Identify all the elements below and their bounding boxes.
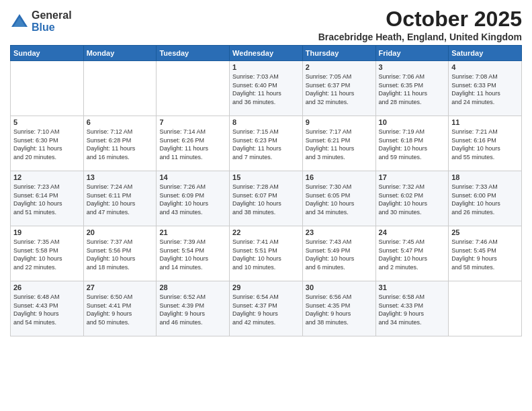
day-cell: 3Sunrise: 7:06 AM Sunset: 6:35 PM Daylig… (375, 61, 449, 116)
day-cell: 30Sunrise: 6:56 AM Sunset: 4:35 PM Dayli… (302, 281, 375, 336)
day-info: Sunrise: 7:12 AM Sunset: 6:28 PM Dayligh… (87, 128, 154, 161)
week-row-1: 1Sunrise: 7:03 AM Sunset: 6:40 PM Daylig… (11, 61, 522, 116)
week-row-3: 12Sunrise: 7:23 AM Sunset: 6:14 PM Dayli… (11, 171, 522, 226)
day-number: 19 (13, 228, 81, 236)
logo-blue-label: Blue (32, 21, 72, 34)
day-number: 15 (232, 173, 300, 181)
day-info: Sunrise: 6:52 AM Sunset: 4:39 PM Dayligh… (159, 293, 226, 326)
subtitle: Bracebridge Heath, England, United Kingd… (318, 32, 522, 42)
day-cell: 26Sunrise: 6:48 AM Sunset: 4:43 PM Dayli… (11, 281, 84, 336)
day-info: Sunrise: 6:48 AM Sunset: 4:43 PM Dayligh… (13, 293, 81, 326)
day-number: 13 (87, 173, 154, 181)
day-cell: 29Sunrise: 6:54 AM Sunset: 4:37 PM Dayli… (230, 281, 303, 336)
day-number: 2 (306, 63, 373, 71)
day-number: 6 (87, 118, 154, 126)
day-cell: 22Sunrise: 7:41 AM Sunset: 5:51 PM Dayli… (230, 226, 303, 281)
day-number: 30 (306, 283, 373, 291)
day-info: Sunrise: 6:58 AM Sunset: 4:33 PM Dayligh… (379, 293, 446, 326)
header-saturday: Saturday (449, 46, 522, 61)
day-number: 23 (306, 228, 373, 236)
day-cell: 15Sunrise: 7:28 AM Sunset: 6:07 PM Dayli… (230, 171, 303, 226)
day-number: 21 (159, 228, 226, 236)
day-cell (83, 61, 157, 116)
day-number: 17 (379, 173, 446, 181)
day-info: Sunrise: 7:33 AM Sunset: 6:00 PM Dayligh… (451, 183, 519, 216)
day-info: Sunrise: 7:46 AM Sunset: 5:45 PM Dayligh… (451, 238, 519, 271)
day-cell: 18Sunrise: 7:33 AM Sunset: 6:00 PM Dayli… (449, 171, 522, 226)
day-info: Sunrise: 7:05 AM Sunset: 6:37 PM Dayligh… (306, 73, 373, 106)
day-number: 25 (451, 228, 519, 236)
logo: General Blue (10, 9, 72, 33)
day-cell (157, 61, 230, 116)
day-info: Sunrise: 7:32 AM Sunset: 6:02 PM Dayligh… (379, 183, 446, 216)
day-info: Sunrise: 7:19 AM Sunset: 6:18 PM Dayligh… (379, 128, 446, 161)
day-info: Sunrise: 7:06 AM Sunset: 6:35 PM Dayligh… (379, 73, 446, 106)
calendar-page: General Blue October 2025 Bracebridge He… (0, 0, 532, 411)
day-info: Sunrise: 7:03 AM Sunset: 6:40 PM Dayligh… (232, 73, 300, 106)
day-number: 1 (232, 63, 300, 71)
day-number: 8 (232, 118, 300, 126)
day-number: 20 (87, 228, 154, 236)
day-info: Sunrise: 6:56 AM Sunset: 4:35 PM Dayligh… (306, 293, 373, 326)
day-cell: 14Sunrise: 7:26 AM Sunset: 6:09 PM Dayli… (157, 171, 230, 226)
day-info: Sunrise: 7:15 AM Sunset: 6:23 PM Dayligh… (232, 128, 300, 161)
day-number: 14 (159, 173, 226, 181)
day-info: Sunrise: 7:10 AM Sunset: 6:30 PM Dayligh… (13, 128, 81, 161)
day-info: Sunrise: 7:17 AM Sunset: 6:21 PM Dayligh… (306, 128, 373, 161)
day-cell: 23Sunrise: 7:43 AM Sunset: 5:49 PM Dayli… (302, 226, 375, 281)
day-number: 16 (306, 173, 373, 181)
day-cell: 6Sunrise: 7:12 AM Sunset: 6:28 PM Daylig… (83, 116, 157, 171)
day-number: 10 (379, 118, 446, 126)
day-cell: 1Sunrise: 7:03 AM Sunset: 6:40 PM Daylig… (230, 61, 303, 116)
day-cell: 19Sunrise: 7:35 AM Sunset: 5:58 PM Dayli… (11, 226, 84, 281)
day-info: Sunrise: 6:54 AM Sunset: 4:37 PM Dayligh… (232, 293, 300, 326)
day-info: Sunrise: 7:21 AM Sunset: 6:16 PM Dayligh… (451, 128, 519, 161)
day-cell: 20Sunrise: 7:37 AM Sunset: 5:56 PM Dayli… (83, 226, 157, 281)
day-number: 5 (13, 118, 81, 126)
day-number: 7 (159, 118, 226, 126)
day-cell: 9Sunrise: 7:17 AM Sunset: 6:21 PM Daylig… (302, 116, 375, 171)
week-row-5: 26Sunrise: 6:48 AM Sunset: 4:43 PM Dayli… (11, 281, 522, 336)
day-info: Sunrise: 7:08 AM Sunset: 6:33 PM Dayligh… (451, 73, 519, 106)
day-cell: 13Sunrise: 7:24 AM Sunset: 6:11 PM Dayli… (83, 171, 157, 226)
day-info: Sunrise: 7:14 AM Sunset: 6:26 PM Dayligh… (159, 128, 226, 161)
day-cell: 31Sunrise: 6:58 AM Sunset: 4:33 PM Dayli… (375, 281, 449, 336)
day-info: Sunrise: 7:28 AM Sunset: 6:07 PM Dayligh… (232, 183, 300, 216)
day-number: 26 (13, 283, 81, 291)
day-cell: 25Sunrise: 7:46 AM Sunset: 5:45 PM Dayli… (449, 226, 522, 281)
week-row-4: 19Sunrise: 7:35 AM Sunset: 5:58 PM Dayli… (11, 226, 522, 281)
day-cell: 4Sunrise: 7:08 AM Sunset: 6:33 PM Daylig… (449, 61, 522, 116)
day-info: Sunrise: 7:37 AM Sunset: 5:56 PM Dayligh… (87, 238, 154, 271)
day-cell: 16Sunrise: 7:30 AM Sunset: 6:05 PM Dayli… (302, 171, 375, 226)
day-cell: 5Sunrise: 7:10 AM Sunset: 6:30 PM Daylig… (11, 116, 84, 171)
day-number: 27 (87, 283, 154, 291)
day-info: Sunrise: 7:41 AM Sunset: 5:51 PM Dayligh… (232, 238, 300, 271)
day-number: 11 (451, 118, 519, 126)
header-thursday: Thursday (302, 46, 375, 61)
day-info: Sunrise: 7:39 AM Sunset: 5:54 PM Dayligh… (159, 238, 226, 271)
header-row: Sunday Monday Tuesday Wednesday Thursday… (11, 46, 522, 61)
day-info: Sunrise: 7:30 AM Sunset: 6:05 PM Dayligh… (306, 183, 373, 216)
day-cell: 17Sunrise: 7:32 AM Sunset: 6:02 PM Dayli… (375, 171, 449, 226)
day-info: Sunrise: 7:26 AM Sunset: 6:09 PM Dayligh… (159, 183, 226, 216)
day-number: 3 (379, 63, 446, 71)
day-cell: 11Sunrise: 7:21 AM Sunset: 6:16 PM Dayli… (449, 116, 522, 171)
day-info: Sunrise: 7:24 AM Sunset: 6:11 PM Dayligh… (87, 183, 154, 216)
day-info: Sunrise: 6:50 AM Sunset: 4:41 PM Dayligh… (87, 293, 154, 326)
day-number: 28 (159, 283, 226, 291)
header-tuesday: Tuesday (157, 46, 230, 61)
logo-general-label: General (32, 9, 72, 21)
day-cell: 10Sunrise: 7:19 AM Sunset: 6:18 PM Dayli… (375, 116, 449, 171)
day-cell: 8Sunrise: 7:15 AM Sunset: 6:23 PM Daylig… (230, 116, 303, 171)
day-info: Sunrise: 7:45 AM Sunset: 5:47 PM Dayligh… (379, 238, 446, 271)
logo-icon (10, 12, 29, 31)
day-number: 31 (379, 283, 446, 291)
day-info: Sunrise: 7:43 AM Sunset: 5:49 PM Dayligh… (306, 238, 373, 271)
header-monday: Monday (83, 46, 157, 61)
header-wednesday: Wednesday (230, 46, 303, 61)
day-cell (11, 61, 84, 116)
day-number: 22 (232, 228, 300, 236)
header: General Blue October 2025 Bracebridge He… (10, 7, 522, 42)
day-number: 4 (451, 63, 519, 71)
title-section: October 2025 Bracebridge Heath, England,… (318, 7, 522, 42)
